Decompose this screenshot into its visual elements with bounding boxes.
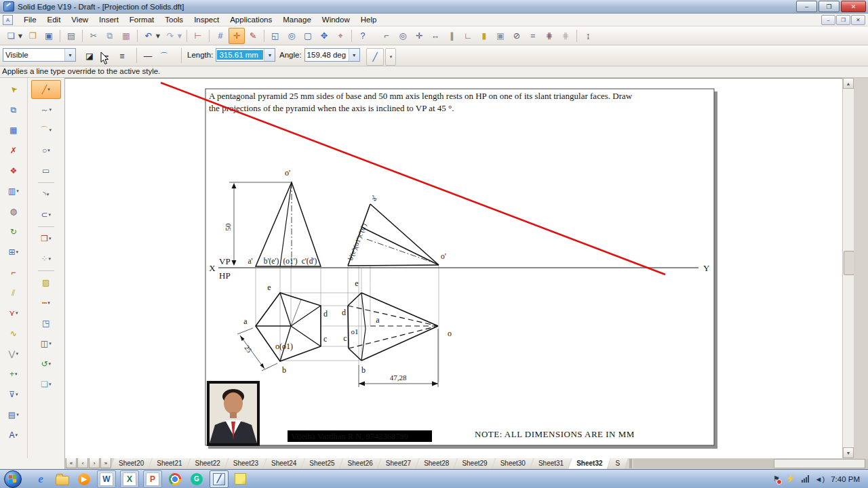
grid-button[interactable]: # xyxy=(212,28,229,44)
connector-tool[interactable]: ⌐ xyxy=(3,263,24,282)
taskbar-explorer[interactable] xyxy=(54,471,71,487)
lock-button[interactable]: ▮ xyxy=(476,28,492,44)
drawing-canvas[interactable]: A pentagonal pyramid 25 mm sides of base… xyxy=(65,78,842,458)
rectangle-tool[interactable]: ▭ xyxy=(31,161,61,180)
fill-tool[interactable]: ▨ xyxy=(31,273,61,292)
table-tool[interactable]: ▦ xyxy=(3,121,24,140)
taskbar-excel[interactable]: X xyxy=(120,470,139,488)
symmetric-button[interactable]: ↔ xyxy=(427,28,443,44)
view-flag-button[interactable]: ⊢ xyxy=(190,28,206,44)
connect-button[interactable]: ⌐ xyxy=(378,28,395,44)
pattern-tool[interactable]: ▥▾ xyxy=(3,182,24,201)
paste-button[interactable]: ▦ xyxy=(118,28,134,44)
relationship-handles-button[interactable]: ✛ xyxy=(229,28,245,44)
sheet-tab-sheet24[interactable]: Sheet24 xyxy=(263,458,304,469)
undo-dropdown[interactable]: ▾ xyxy=(154,28,162,44)
scroll-down-button[interactable]: ▼ xyxy=(843,447,854,458)
network-icon[interactable] xyxy=(802,475,809,483)
tab-scroll-previous-button[interactable]: ‹ xyxy=(77,458,88,468)
action-center-icon[interactable]: ⚑ xyxy=(773,474,780,483)
tab-splitter[interactable] xyxy=(629,459,632,468)
zoom-button[interactable]: ◎ xyxy=(283,28,300,44)
drawing-view-tool[interactable]: ⧉ xyxy=(3,100,24,119)
dimension-tool[interactable]: ┅▾ xyxy=(31,293,61,312)
taskbar-solid-edge[interactable]: ╱ xyxy=(210,470,229,488)
sheet-tab-sheet25[interactable]: Sheet25 xyxy=(301,458,342,469)
length-input[interactable]: 315.61 mm xyxy=(217,50,263,60)
angle-input[interactable]: 159.48 deg xyxy=(305,50,349,60)
block-3d-tool[interactable]: ◫▾ xyxy=(31,334,61,353)
doc-close-button[interactable]: ✕ xyxy=(851,15,865,25)
doc-restore-button[interactable]: ❐ xyxy=(836,15,850,25)
fillet-tool[interactable]: ◝▾ xyxy=(31,185,61,204)
symbol-line-tool[interactable]: ⫽ xyxy=(3,283,24,302)
sheet-tab-sheet23[interactable]: Sheet23 xyxy=(225,458,267,469)
chevron-down-icon[interactable]: ▼ xyxy=(349,49,359,61)
rigid-set-button[interactable]: ▣ xyxy=(492,28,509,44)
volume-icon[interactable]: ◄) xyxy=(815,475,825,483)
chevron-down-icon[interactable]: ▼ xyxy=(64,49,75,61)
power-icon[interactable]: ⚡ xyxy=(786,474,795,483)
open-button[interactable]: ❐ xyxy=(24,28,41,44)
chevron-down-icon[interactable]: ▼ xyxy=(264,49,275,61)
clock[interactable]: 7:40 PM xyxy=(831,475,860,483)
offset-tool[interactable]: ⊂▾ xyxy=(31,205,61,224)
vertical-scroll-thumb[interactable] xyxy=(844,251,854,275)
document-icon[interactable]: A xyxy=(3,15,13,25)
taskbar-media-player[interactable]: ▶ xyxy=(75,471,93,487)
inspect-view-button[interactable]: ⌖ xyxy=(332,28,349,44)
start-button[interactable] xyxy=(4,470,22,488)
circle-tool[interactable]: ○▾ xyxy=(31,141,61,160)
pattern-points-tool[interactable]: ⁘▾ xyxy=(31,249,61,268)
sticky-notes-icon[interactable] xyxy=(235,473,246,485)
sheet-tab-overflow[interactable]: S xyxy=(608,458,629,469)
arc-segment-button[interactable]: ⌒ xyxy=(156,48,172,64)
sheet-tab-sheet31[interactable]: Sheet31 xyxy=(530,458,572,469)
select-tool[interactable]: ➤ xyxy=(3,80,24,99)
sketch-button[interactable]: ✎ xyxy=(245,28,261,44)
close-button[interactable]: ✕ xyxy=(841,1,866,12)
zoom-area-button[interactable]: ◱ xyxy=(267,28,283,44)
print-button[interactable]: ▤ xyxy=(63,28,79,44)
vertical-scrollbar[interactable]: ▲ ▼ xyxy=(842,78,854,458)
taskbar-chrome[interactable] xyxy=(166,471,184,487)
midpoint-button[interactable]: ✛ xyxy=(411,28,427,44)
sheet-tab-sheet27[interactable]: Sheet27 xyxy=(378,458,419,469)
edge-condition-tool[interactable]: ⋁▾ xyxy=(3,344,24,363)
tangent-button[interactable]: ⊘ xyxy=(509,28,525,44)
datum-frame-tool[interactable]: ⊽▾ xyxy=(3,385,24,404)
tab-scroll-last-button[interactable]: » xyxy=(100,458,111,468)
sheet-tab-sheet30[interactable]: Sheet30 xyxy=(492,458,534,469)
parts-list-tool[interactable]: ⊞▾ xyxy=(3,243,24,262)
taskbar-grammarly[interactable]: G xyxy=(188,471,205,487)
line-style-preview-button[interactable]: ╱ xyxy=(366,48,384,66)
line-style-dropdown[interactable]: ▾ xyxy=(385,48,396,66)
stamp-tool[interactable]: ❖ xyxy=(3,161,24,180)
line-type-button[interactable]: ┅ xyxy=(98,48,114,64)
hatch-circle-tool[interactable]: ◍ xyxy=(3,202,24,221)
perpendicular-button[interactable]: ∟ xyxy=(460,28,476,44)
copy-shape-tool[interactable]: ❒▾ xyxy=(31,229,61,248)
line-tool[interactable]: ╱▾ xyxy=(31,80,61,99)
new-dropdown[interactable]: ▾ xyxy=(16,28,24,44)
doc-minimize-button[interactable]: – xyxy=(821,15,835,25)
horizontal-scrollbar[interactable] xyxy=(633,459,868,468)
update-all-tool[interactable]: ↺▾ xyxy=(31,354,61,373)
tab-scroll-first-button[interactable]: « xyxy=(66,458,77,468)
feature-control-tool[interactable]: ▤▾ xyxy=(3,405,24,424)
copy-button[interactable]: ⧉ xyxy=(102,28,118,44)
menu-applications[interactable]: Applications xyxy=(224,14,277,25)
line-color-button[interactable]: ◪ xyxy=(81,48,98,64)
weld-symbol-tool[interactable]: ∿ xyxy=(3,324,24,343)
tab-scroll-next-button[interactable]: › xyxy=(89,458,100,468)
angle-combo[interactable]: 159.48 deg ▼ xyxy=(304,48,360,62)
sheet-tab-sheet22[interactable]: Sheet22 xyxy=(187,458,229,469)
menu-window[interactable]: Window xyxy=(317,14,355,25)
concentric-button[interactable]: ◎ xyxy=(395,28,411,44)
save-button[interactable]: ▣ xyxy=(41,28,57,44)
text-tool[interactable]: A▾ xyxy=(3,426,24,445)
update-view-tool[interactable]: ↻ xyxy=(3,222,24,241)
menu-inspect[interactable]: Inspect xyxy=(189,14,224,25)
menu-tools[interactable]: Tools xyxy=(159,14,189,25)
line-style-combo[interactable]: Visible ▼ xyxy=(3,48,76,62)
